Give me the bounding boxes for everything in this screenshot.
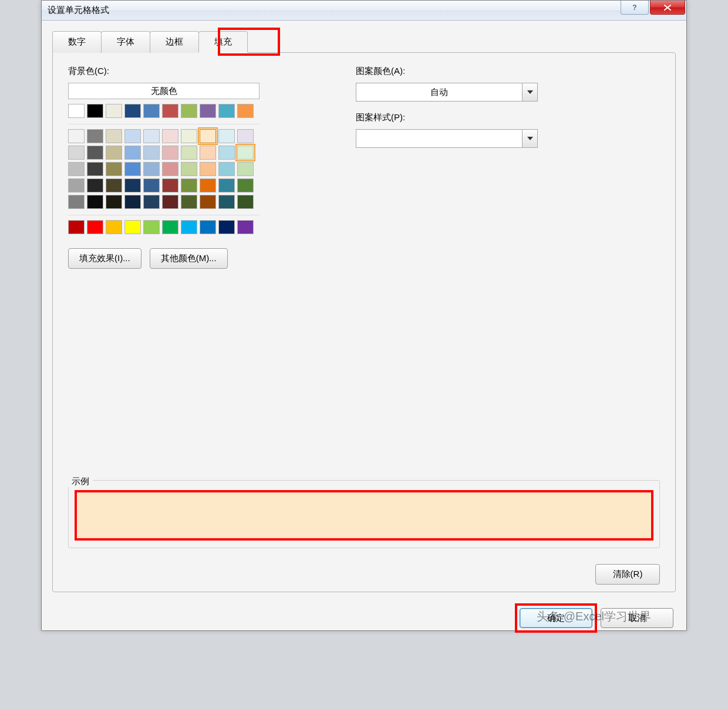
color-swatch[interactable]	[106, 220, 122, 234]
color-swatch[interactable]	[124, 220, 141, 234]
color-swatch[interactable]	[181, 178, 197, 193]
color-swatch[interactable]	[218, 104, 235, 118]
color-swatch[interactable]	[87, 195, 103, 209]
tab-fill[interactable]: 填充	[198, 31, 248, 53]
color-swatch[interactable]	[124, 162, 141, 176]
pattern-style-combo[interactable]	[356, 129, 538, 148]
ok-button[interactable]: 确定	[520, 608, 592, 628]
example-group: 示例	[68, 469, 660, 548]
color-swatch[interactable]	[68, 178, 85, 193]
color-swatch[interactable]	[237, 146, 254, 160]
color-swatch[interactable]	[143, 178, 160, 193]
color-swatch[interactable]	[106, 195, 122, 209]
pattern-style-label: 图案样式(P):	[356, 112, 660, 123]
color-swatch[interactable]	[218, 129, 235, 143]
pattern-color-combo[interactable]: 自动	[356, 83, 538, 102]
color-swatch[interactable]	[218, 146, 235, 160]
color-swatch[interactable]	[200, 104, 216, 118]
color-swatch[interactable]	[181, 146, 197, 160]
format-cells-dialog: 设置单元格格式 ? 数字 字体 边框 填充 背景色(C):	[41, 0, 687, 631]
color-swatch[interactable]	[87, 162, 103, 176]
color-swatch[interactable]	[237, 220, 254, 234]
color-swatch[interactable]	[200, 162, 216, 176]
color-swatch[interactable]	[68, 162, 85, 176]
color-swatch[interactable]	[162, 220, 178, 234]
close-button[interactable]	[650, 1, 685, 15]
example-box	[68, 480, 660, 548]
chevron-down-icon[interactable]	[522, 83, 537, 101]
tab-font[interactable]: 字体	[101, 31, 150, 53]
example-label: 示例	[68, 476, 93, 487]
color-swatch[interactable]	[143, 195, 160, 209]
color-swatch[interactable]	[218, 195, 235, 209]
color-swatch[interactable]	[124, 129, 141, 143]
color-swatch[interactable]	[106, 178, 122, 193]
color-swatch[interactable]	[181, 220, 197, 234]
color-swatch[interactable]	[68, 195, 85, 209]
color-swatch[interactable]	[124, 178, 141, 193]
color-swatch[interactable]	[87, 220, 103, 234]
color-swatch[interactable]	[143, 162, 160, 176]
color-swatch[interactable]	[106, 129, 122, 143]
color-swatch[interactable]	[143, 220, 160, 234]
color-swatch[interactable]	[162, 162, 178, 176]
color-swatch[interactable]	[68, 146, 85, 160]
color-swatch[interactable]	[162, 104, 178, 118]
color-swatch[interactable]	[200, 129, 216, 143]
titlebar-buttons: ?	[621, 1, 686, 15]
color-swatch[interactable]	[218, 220, 235, 234]
color-swatch[interactable]	[200, 146, 216, 160]
color-swatch[interactable]	[181, 195, 197, 209]
color-swatch[interactable]	[162, 178, 178, 193]
cancel-button[interactable]: 取消	[601, 608, 673, 628]
color-swatch[interactable]	[68, 104, 85, 118]
help-button[interactable]: ?	[621, 1, 649, 15]
color-swatch[interactable]	[106, 104, 122, 118]
color-swatch[interactable]	[143, 146, 160, 160]
color-swatch[interactable]	[162, 129, 178, 143]
color-swatch[interactable]	[181, 162, 197, 176]
background-color-label: 背景色(C):	[68, 66, 321, 77]
clear-button[interactable]: 清除(R)	[595, 564, 660, 585]
dialog-footer: 确定 取消	[520, 608, 673, 628]
color-swatch[interactable]	[200, 220, 216, 234]
fill-panel: 背景色(C): 无颜色 填充效果(I)... 其他颜色(M)...	[52, 52, 676, 592]
color-swatch[interactable]	[87, 129, 103, 143]
color-swatch[interactable]	[143, 104, 160, 118]
fill-effects-button[interactable]: 填充效果(I)...	[68, 248, 141, 269]
color-palette	[68, 104, 321, 234]
color-swatch[interactable]	[162, 195, 178, 209]
tab-border[interactable]: 边框	[150, 31, 199, 53]
color-swatch[interactable]	[87, 146, 103, 160]
no-color-button[interactable]: 无颜色	[68, 83, 259, 99]
color-swatch[interactable]	[68, 129, 85, 143]
pattern-section: 图案颜色(A): 自动 图案样式(P):	[356, 66, 660, 269]
color-swatch[interactable]	[237, 129, 254, 143]
color-swatch[interactable]	[237, 178, 254, 193]
color-swatch[interactable]	[87, 178, 103, 193]
tab-number[interactable]: 数字	[52, 31, 102, 53]
pattern-color-value: 自动	[356, 87, 522, 98]
color-swatch[interactable]	[124, 104, 141, 118]
color-swatch[interactable]	[162, 146, 178, 160]
color-swatch[interactable]	[87, 104, 103, 118]
color-swatch[interactable]	[218, 162, 235, 176]
color-swatch[interactable]	[200, 195, 216, 209]
color-swatch[interactable]	[106, 162, 122, 176]
color-swatch[interactable]	[68, 220, 85, 234]
color-swatch[interactable]	[181, 104, 197, 118]
color-swatch[interactable]	[124, 146, 141, 160]
example-preview	[75, 490, 653, 541]
color-swatch[interactable]	[237, 195, 254, 209]
color-swatch[interactable]	[200, 178, 216, 193]
client-area: 数字 字体 边框 填充 背景色(C): 无颜色 填充效果(	[42, 21, 686, 630]
color-swatch[interactable]	[143, 129, 160, 143]
color-swatch[interactable]	[237, 162, 254, 176]
color-swatch[interactable]	[181, 129, 197, 143]
more-colors-button[interactable]: 其他颜色(M)...	[150, 248, 228, 269]
chevron-down-icon[interactable]	[522, 130, 537, 147]
color-swatch[interactable]	[124, 195, 141, 209]
color-swatch[interactable]	[237, 104, 254, 118]
color-swatch[interactable]	[218, 178, 235, 193]
color-swatch[interactable]	[106, 146, 122, 160]
